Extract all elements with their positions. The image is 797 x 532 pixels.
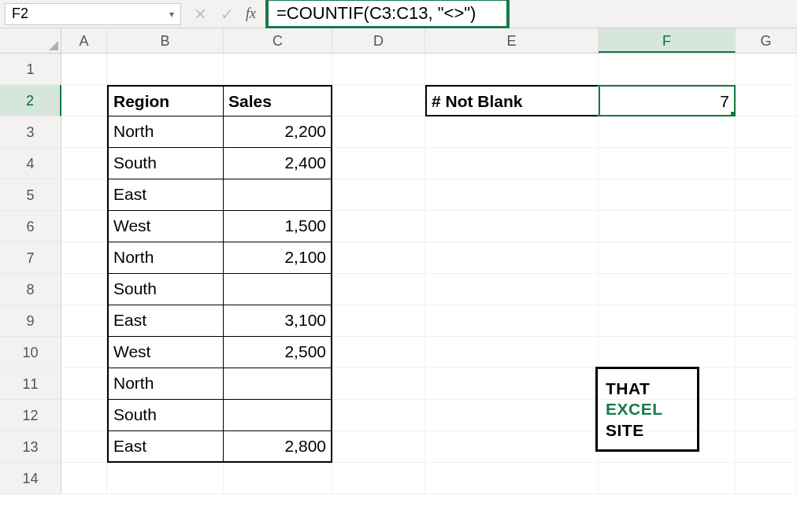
cell-F5[interactable] [599, 179, 736, 211]
cell-D10[interactable] [332, 337, 425, 368]
row-header-10[interactable]: 10 [0, 337, 61, 368]
row-header-11[interactable]: 11 [0, 368, 61, 400]
cell-A1[interactable] [61, 54, 107, 85]
cell-C8[interactable] [224, 274, 332, 305]
cell-B14[interactable] [107, 463, 224, 494]
cell-E8[interactable] [425, 274, 599, 305]
cell-A9[interactable] [61, 305, 107, 337]
select-all-corner[interactable] [0, 28, 61, 53]
row-header-1[interactable]: 1 [0, 54, 61, 85]
cell-E13[interactable] [425, 431, 599, 463]
cell-E9[interactable] [425, 305, 599, 337]
cell-G9[interactable] [736, 305, 797, 337]
cell-F7[interactable] [599, 242, 736, 274]
cell-B2[interactable]: Region [107, 85, 224, 116]
cell-C5[interactable] [224, 179, 332, 211]
cell-B4[interactable]: South [107, 148, 224, 179]
cell-G11[interactable] [736, 368, 797, 400]
cell-A14[interactable] [61, 463, 107, 494]
cell-D2[interactable] [332, 85, 425, 116]
col-header-F[interactable]: F [599, 28, 736, 53]
cell-B6[interactable]: West [107, 211, 224, 242]
cell-F2[interactable]: 7 [599, 85, 736, 116]
cell-D7[interactable] [332, 242, 425, 274]
cell-C7[interactable]: 2,100 [224, 242, 332, 274]
row-header-9[interactable]: 9 [0, 305, 61, 337]
col-header-D[interactable]: D [332, 28, 425, 53]
cell-F1[interactable] [599, 54, 736, 85]
row-header-13[interactable]: 13 [0, 431, 61, 463]
cell-B13[interactable]: East [107, 431, 224, 463]
cell-G5[interactable] [736, 179, 797, 211]
cell-A6[interactable] [61, 211, 107, 242]
cell-D6[interactable] [332, 211, 425, 242]
col-header-C[interactable]: C [224, 28, 332, 53]
cell-F9[interactable] [599, 305, 736, 337]
cell-C11[interactable] [224, 368, 332, 400]
cell-G2[interactable] [736, 85, 797, 116]
row-header-7[interactable]: 7 [0, 242, 61, 274]
col-header-B[interactable]: B [107, 28, 224, 53]
cell-F8[interactable] [599, 274, 736, 305]
cell-B12[interactable]: South [107, 400, 224, 431]
cell-F10[interactable] [599, 337, 736, 368]
cell-E12[interactable] [425, 400, 599, 431]
col-header-E[interactable]: E [425, 28, 599, 53]
row-header-8[interactable]: 8 [0, 274, 61, 305]
cell-E2[interactable]: # Not Blank [425, 85, 599, 116]
cell-E11[interactable] [425, 368, 599, 400]
cell-C12[interactable] [224, 400, 332, 431]
cell-B11[interactable]: North [107, 368, 224, 400]
cell-F4[interactable] [599, 148, 736, 179]
cell-F14[interactable] [599, 463, 736, 494]
cell-C4[interactable]: 2,400 [224, 148, 332, 179]
cell-G6[interactable] [736, 211, 797, 242]
fx-icon[interactable]: fx [244, 6, 261, 22]
row-header-3[interactable]: 3 [0, 116, 61, 148]
cell-A5[interactable] [61, 179, 107, 211]
row-header-4[interactable]: 4 [0, 148, 61, 179]
row-header-6[interactable]: 6 [0, 211, 61, 242]
cell-G8[interactable] [736, 274, 797, 305]
cell-E6[interactable] [425, 211, 599, 242]
row-header-14[interactable]: 14 [0, 463, 61, 494]
cell-E3[interactable] [425, 116, 599, 148]
cell-E10[interactable] [425, 337, 599, 368]
cell-G4[interactable] [736, 148, 797, 179]
cell-E7[interactable] [425, 242, 599, 274]
cell-B10[interactable]: West [107, 337, 224, 368]
cell-A4[interactable] [61, 148, 107, 179]
cell-G3[interactable] [736, 116, 797, 148]
cell-A2[interactable] [61, 85, 107, 116]
cell-B1[interactable] [107, 54, 224, 85]
cell-D5[interactable] [332, 179, 425, 211]
row-header-2[interactable]: 2 [0, 85, 61, 116]
col-header-A[interactable]: A [61, 28, 107, 53]
cell-C9[interactable]: 3,100 [224, 305, 332, 337]
chevron-down-icon[interactable]: ▾ [169, 9, 174, 20]
cell-G12[interactable] [736, 400, 797, 431]
cell-G10[interactable] [736, 337, 797, 368]
cell-A11[interactable] [61, 368, 107, 400]
formula-input[interactable]: =COUNTIF(C3:C13, "<>") [265, 0, 510, 29]
cell-C6[interactable]: 1,500 [224, 211, 332, 242]
cell-G13[interactable] [736, 431, 797, 463]
cell-D12[interactable] [332, 400, 425, 431]
cell-E14[interactable] [425, 463, 599, 494]
cell-B8[interactable]: South [107, 274, 224, 305]
cell-A10[interactable] [61, 337, 107, 368]
cell-A3[interactable] [61, 116, 107, 148]
cell-C14[interactable] [224, 463, 332, 494]
cell-D9[interactable] [332, 305, 425, 337]
cell-C13[interactable]: 2,800 [224, 431, 332, 463]
cell-F6[interactable] [599, 211, 736, 242]
cell-D11[interactable] [332, 368, 425, 400]
cell-A12[interactable] [61, 400, 107, 431]
cell-A13[interactable] [61, 431, 107, 463]
cell-A8[interactable] [61, 274, 107, 305]
cell-D3[interactable] [332, 116, 425, 148]
cell-D1[interactable] [332, 54, 425, 85]
cell-D4[interactable] [332, 148, 425, 179]
cell-A7[interactable] [61, 242, 107, 274]
col-header-G[interactable]: G [736, 28, 797, 53]
